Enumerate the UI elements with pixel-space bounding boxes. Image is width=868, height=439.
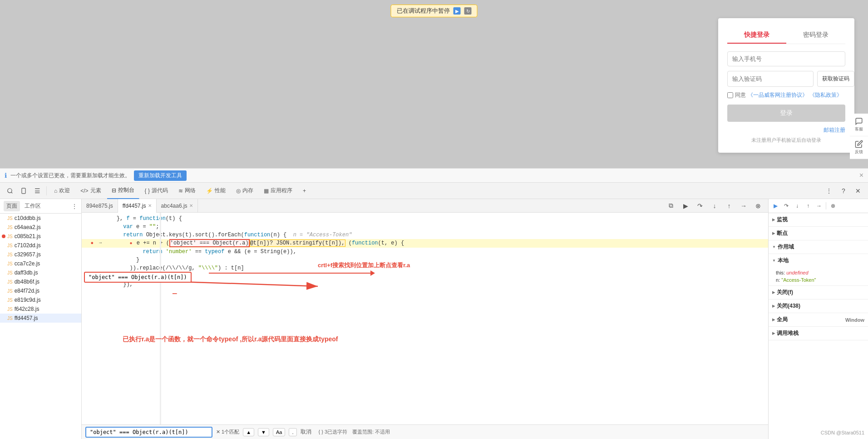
step-over-icon[interactable]: ↷ — [694, 200, 706, 212]
section-local: ▼ 本地 this: undefined n: "Access-Token" — [769, 254, 868, 286]
device-icon[interactable] — [17, 185, 30, 197]
sidebar-icon[interactable]: ☰ — [31, 185, 44, 197]
csdn-watermark-text: CSDN @Stara0511 — [821, 430, 864, 435]
agreement-link2[interactable]: 《隐私政策》 — [809, 91, 842, 99]
file-panel-tab-page[interactable]: 页面 — [4, 201, 20, 211]
feedback-icon[interactable]: 反馈 — [850, 136, 868, 159]
tab-memory[interactable]: ◎ 内存 — [232, 183, 258, 199]
list-item[interactable]: JS c329657.js — [0, 250, 81, 259]
search-input[interactable] — [85, 427, 212, 438]
login-button[interactable]: 登录 — [727, 105, 845, 122]
step-over-btn[interactable]: ↷ — [781, 201, 791, 211]
code-tab-label: abc4aa6.js — [161, 203, 187, 209]
agreement-link1[interactable]: 《一品威客网注册协议》 — [748, 91, 808, 99]
list-item[interactable]: JS c10ddbb.js — [0, 214, 81, 223]
step-btn[interactable]: → — [814, 201, 824, 211]
list-item[interactable]: JS c7102dd.js — [0, 241, 81, 250]
list-item[interactable]: JS c085b21.js — [0, 232, 81, 241]
resume-execution-btn[interactable]: ▶ — [770, 201, 780, 211]
js-file-icon: JS — [7, 298, 13, 303]
section-closure-438-header[interactable]: ▶ 关闭(438) — [769, 299, 868, 313]
file-name: daff3db.js — [15, 269, 38, 276]
step-into-icon[interactable]: ↓ — [708, 200, 721, 212]
code-line: return Object.keys(t).sort().forEach(fun… — [82, 231, 768, 239]
tab-sources[interactable]: { } 源代码 — [140, 183, 173, 199]
step-out-btn[interactable]: ↑ — [803, 201, 813, 211]
code-tab-abc4aa6[interactable]: abc4aa6.js ✕ — [157, 199, 198, 213]
section-global-header[interactable]: ▶ 全局 Window — [769, 313, 868, 326]
customer-service-icon[interactable]: 客服 — [850, 114, 868, 136]
section-scope-header[interactable]: ▼ 作用域 — [769, 240, 868, 254]
match-down-button[interactable]: ▼ — [258, 428, 269, 436]
phone-input[interactable] — [727, 51, 845, 66]
top-area: 已在调试程序中暂停 ▶ ↻ 快捷登录 密码登录 获取验证码 同意 《一品威客网注… — [0, 0, 868, 168]
code-area: 894e875.js ffd4457.js ✕ abc4aa6.js ✕ ⧉ ▶… — [82, 199, 768, 439]
agreement-checkbox[interactable] — [727, 92, 733, 98]
section-closure-f-header[interactable]: ▶ 关闭(f) — [769, 286, 868, 299]
close-devtools-icon[interactable]: ✕ — [852, 185, 864, 197]
step-into-btn[interactable]: ↓ — [792, 201, 802, 211]
auto-login-note: 未注册用户手机验证后自动登录 — [727, 137, 845, 144]
list-item[interactable]: JS e819c9d.js — [0, 295, 81, 304]
cancel-search-button[interactable]: 取消 — [301, 428, 311, 436]
email-register-link[interactable]: 邮箱注册 — [727, 126, 845, 134]
section-watch-header[interactable]: ▶ 监视 — [769, 213, 868, 226]
notification-close-button[interactable]: × — [859, 171, 863, 180]
section-local-header[interactable]: ▼ 本地 — [769, 254, 868, 267]
file-panel-menu-icon[interactable]: ⋮ — [71, 203, 78, 210]
code-tab-close-icon[interactable]: ✕ — [148, 203, 152, 208]
aa-toggle[interactable]: Aa — [273, 428, 285, 436]
tab-quick-login[interactable]: 快捷登录 — [727, 27, 786, 44]
list-item[interactable]: JS cca7c2e.js — [0, 259, 81, 268]
step-icon[interactable]: → — [737, 200, 750, 212]
more-options-icon[interactable]: ⋮ — [823, 185, 835, 197]
toggle-icon: ▶ — [772, 218, 775, 222]
code-tab-894e875[interactable]: 894e875.js — [82, 199, 118, 213]
step-button[interactable]: ↻ — [464, 7, 472, 15]
js-file-icon: JS — [7, 316, 13, 321]
list-item[interactable]: JS f642c28.js — [0, 304, 81, 314]
match-up-button[interactable]: ▲ — [243, 428, 254, 436]
deactivate-breakpoints-icon[interactable]: ⊗ — [752, 200, 764, 212]
inspect-icon[interactable] — [4, 185, 16, 197]
tab-add[interactable]: + — [298, 183, 311, 199]
deactivate-btn[interactable]: ⊗ — [828, 201, 838, 211]
tab-elements[interactable]: </> 元素 — [76, 183, 106, 199]
tab-welcome[interactable]: ⌂ 欢迎 — [49, 183, 75, 199]
list-item[interactable]: JS db48b6f.js — [0, 277, 81, 286]
section-global: ▶ 全局 Window — [769, 313, 868, 327]
section-callstack-header[interactable]: ▶ 调用堆栈 — [769, 327, 868, 340]
file-panel-tab-workspace[interactable]: 工作区 — [22, 201, 44, 211]
toggle-icon: ▼ — [772, 259, 776, 263]
right-panel-content: ▶ 监视 ▶ 断点 ▼ 作用域 — [769, 213, 868, 439]
code-tab-close-icon[interactable]: ✕ — [189, 203, 193, 208]
get-code-button[interactable]: 获取验证码 — [817, 71, 854, 87]
code-editor[interactable]: }, f = function(t) { var e = ""; return … — [82, 213, 768, 424]
tab-application[interactable]: ▦ 应用程序 — [259, 183, 297, 199]
svg-line-1 — [11, 192, 13, 193]
code-line: }), — [82, 280, 768, 289]
copy-code-icon[interactable]: ⧉ — [665, 200, 677, 212]
play-button[interactable]: ▶ — [454, 7, 461, 15]
code-input[interactable] — [727, 71, 814, 87]
tab-performance[interactable]: ⚡ 性能 — [202, 183, 231, 199]
list-item[interactable]: JS c64aea2.js — [0, 223, 81, 232]
list-item[interactable]: JS daff3db.js — [0, 268, 81, 277]
search-match-info: ✕ 1个匹配 — [216, 429, 239, 435]
section-watch: ▶ 监视 — [769, 213, 868, 227]
dot-toggle[interactable]: . — [289, 428, 296, 436]
reload-devtools-button[interactable]: 重新加载开发工具 — [134, 170, 187, 181]
list-item[interactable]: JS e84f72d.js — [0, 286, 81, 295]
help-icon[interactable]: ? — [837, 185, 850, 197]
tab-network[interactable]: ≋ 网络 — [174, 183, 201, 199]
section-breakpoints-header[interactable]: ▶ 断点 — [769, 227, 868, 240]
tab-password-login[interactable]: 密码登录 — [786, 27, 845, 44]
js-file-icon: JS — [7, 307, 13, 312]
resume-icon[interactable]: ▶ — [679, 200, 692, 212]
svg-rect-2 — [22, 188, 25, 194]
js-file-icon: JS — [7, 289, 13, 294]
step-out-icon[interactable]: ↑ — [723, 200, 735, 212]
code-tab-ffd4457[interactable]: ffd4457.js ✕ — [118, 199, 157, 213]
tab-console[interactable]: ⊟ 控制台 — [107, 183, 139, 199]
list-item[interactable]: JS ffd4457.js — [0, 314, 81, 323]
